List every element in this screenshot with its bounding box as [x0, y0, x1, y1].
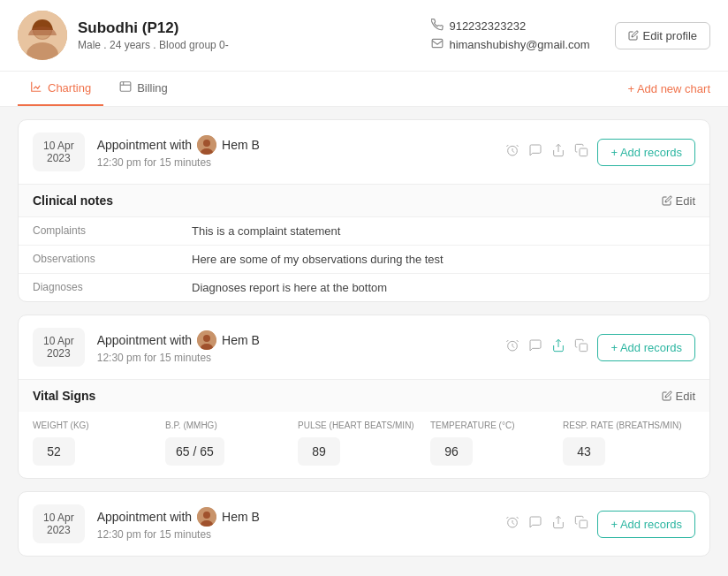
- date-day-2: 10 Apr: [43, 335, 74, 347]
- alarm-icon-1[interactable]: [505, 143, 519, 161]
- clinical-notes-table: Complaints This is a complaint statement…: [19, 216, 709, 301]
- scrollbar-hint: [18, 569, 710, 576]
- contact-info: 912232323232 himanshubishy@gmail.com: [431, 19, 589, 52]
- vital-label-resp: RESP. RATE (Breaths/min): [563, 421, 695, 430]
- edit-button-1[interactable]: Edit: [662, 194, 695, 208]
- svg-point-15: [203, 335, 210, 342]
- chart-card-2: 10 Apr 2023 Appointment with Hem B 12:3: [18, 315, 710, 479]
- copy-icon-3[interactable]: [574, 515, 588, 533]
- date-year-3: 2023: [43, 524, 74, 536]
- svg-rect-19: [580, 344, 588, 352]
- billing-icon: [119, 80, 132, 95]
- chat-icon-3[interactable]: [528, 515, 542, 533]
- appt-title-1: Appointment with Hem B: [97, 135, 494, 155]
- appointment-row-2: 10 Apr 2023 Appointment with Hem B 12:3: [19, 315, 709, 379]
- vital-value-resp: 43: [563, 437, 605, 466]
- row-value: This is a complaint statement: [178, 217, 709, 246]
- row-label: Complaints: [19, 217, 178, 246]
- svg-rect-13: [580, 148, 588, 156]
- date-year-2: 2023: [43, 347, 74, 360]
- vital-value-weight: 52: [33, 437, 75, 466]
- vital-value-bp: 65 / 65: [165, 437, 224, 466]
- appt-time-2: 12:30 pm for 15 minutes: [97, 352, 494, 364]
- svg-rect-4: [433, 39, 444, 47]
- charting-icon: [30, 80, 42, 95]
- share-icon-3[interactable]: [551, 515, 565, 533]
- chat-icon-1[interactable]: [528, 143, 542, 161]
- edit-button-2[interactable]: Edit: [662, 390, 695, 403]
- tab-billing[interactable]: Billing: [107, 72, 180, 106]
- date-day-3: 10 Apr: [43, 512, 74, 524]
- section-title-1: Clinical notes: [33, 193, 113, 208]
- email-address: himanshubishy@gmail.com: [449, 38, 589, 51]
- patient-info: Subodhi (P12) Male . 24 years . Blood gr…: [78, 19, 421, 51]
- doctor-avatar-1: [197, 135, 216, 155]
- chat-icon-2[interactable]: [528, 338, 542, 356]
- svg-rect-25: [580, 520, 588, 528]
- table-row: Observations Here are some of my observa…: [19, 246, 709, 274]
- add-records-button-3[interactable]: + Add records: [597, 511, 695, 538]
- patient-header: Subodhi (P12) Male . 24 years . Blood gr…: [0, 0, 728, 72]
- vital-pulse: PULSE (Heart beats/min) 89: [298, 421, 430, 466]
- vital-label-weight: WEIGHT (kg): [33, 421, 165, 430]
- vital-value-temp: 96: [430, 437, 473, 466]
- vital-resp: RESP. RATE (Breaths/min) 43: [563, 421, 695, 466]
- row-value: Here are some of my observations during …: [178, 246, 709, 274]
- chart-card-1: 10 Apr 2023 Appointment with Hem B 12:3: [18, 119, 710, 302]
- section-header-1: Clinical notes Edit: [19, 184, 709, 216]
- alarm-icon-2[interactable]: [505, 338, 519, 356]
- svg-point-9: [203, 140, 210, 147]
- section-header-2: Vital Signs Edit: [19, 379, 709, 412]
- share-icon-2[interactable]: [551, 338, 565, 356]
- appt-actions-3: + Add records: [505, 511, 695, 538]
- appt-info-1: Appointment with Hem B 12:30 pm for 15 m…: [97, 135, 494, 169]
- phone-number: 912232323232: [449, 19, 526, 33]
- svg-point-21: [203, 512, 210, 519]
- appt-info-3: Appointment with Hem B 12:30 pm for 15 m…: [97, 507, 494, 541]
- doctor-avatar-3: [197, 507, 216, 527]
- copy-icon-2[interactable]: [574, 338, 588, 356]
- phone-icon: [431, 19, 444, 34]
- email-icon: [431, 37, 444, 52]
- appointment-row-1: 10 Apr 2023 Appointment with Hem B 12:3: [19, 120, 709, 184]
- date-box-2: 10 Apr 2023: [33, 328, 85, 367]
- email-row: himanshubishy@gmail.com: [431, 37, 589, 52]
- vitals-columns: WEIGHT (kg) 52 B.P. (mmHg) 65 / 65 PULSE…: [19, 412, 709, 478]
- appt-time-3: 12:30 pm for 15 minutes: [97, 528, 494, 541]
- doctor-avatar-2: [197, 330, 216, 350]
- tab-charting[interactable]: Charting: [18, 72, 103, 106]
- appt-actions-2: + Add records: [505, 334, 695, 361]
- patient-avatar: [18, 11, 67, 60]
- appt-title-3: Appointment with Hem B: [97, 507, 494, 527]
- vital-label-temp: TEMPERATURE (°C): [430, 421, 563, 430]
- date-day-1: 10 Apr: [43, 140, 74, 152]
- vital-label-bp: B.P. (mmHg): [165, 421, 298, 430]
- edit-profile-button[interactable]: Edit profile: [615, 22, 710, 49]
- vital-label-pulse: PULSE (Heart beats/min): [298, 421, 430, 430]
- patient-details: Male . 24 years . Blood group 0-: [78, 39, 421, 51]
- tabs-bar: Charting Billing + Add new chart: [0, 72, 728, 107]
- add-records-button-2[interactable]: + Add records: [597, 334, 695, 361]
- date-box-3: 10 Apr 2023: [33, 504, 85, 543]
- date-box-1: 10 Apr 2023: [33, 133, 85, 171]
- vital-bp: B.P. (mmHg) 65 / 65: [165, 421, 298, 466]
- phone-row: 912232323232: [431, 19, 589, 34]
- alarm-icon-3[interactable]: [505, 515, 519, 533]
- copy-icon-1[interactable]: [574, 143, 588, 161]
- appt-info-2: Appointment with Hem B 12:30 pm for 15 m…: [97, 330, 494, 364]
- vital-weight: WEIGHT (kg) 52: [33, 421, 165, 466]
- patient-name: Subodhi (P12): [78, 19, 421, 37]
- add-new-chart-button[interactable]: + Add new chart: [627, 73, 710, 104]
- table-row: Complaints This is a complaint statement: [19, 217, 709, 246]
- date-year-1: 2023: [43, 152, 74, 164]
- chart-card-3: 10 Apr 2023 Appointment with Hem B 12:3: [18, 491, 710, 557]
- row-value: Diagnoses report is here at the bottom: [178, 274, 709, 302]
- svg-rect-5: [120, 82, 131, 92]
- add-records-button-1[interactable]: + Add records: [597, 139, 695, 166]
- row-label: Observations: [19, 246, 178, 274]
- table-row: Diagnoses Diagnoses report is here at th…: [19, 274, 709, 302]
- share-icon-1[interactable]: [551, 143, 565, 161]
- appt-time-1: 12:30 pm for 15 minutes: [97, 156, 494, 169]
- appt-title-2: Appointment with Hem B: [97, 330, 494, 350]
- section-title-2: Vital Signs: [33, 389, 95, 403]
